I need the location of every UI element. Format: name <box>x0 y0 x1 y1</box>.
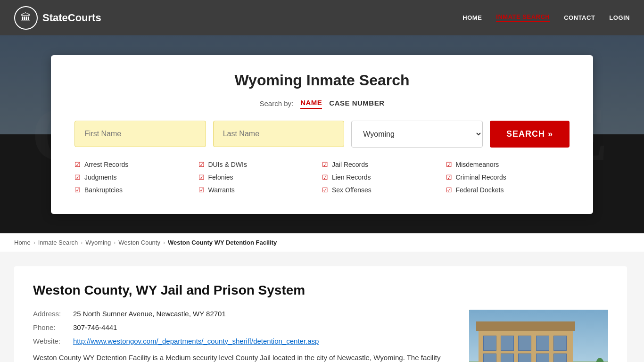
feature-label-9: Bankruptcies <box>84 186 123 194</box>
feature-sex-offenses: ☑ Sex Offenses <box>322 185 446 195</box>
search-card: Wyoming Inmate Search Search by: NAME CA… <box>51 55 593 214</box>
address-row: Address: 25 North Sumner Avenue, Newcast… <box>33 310 450 318</box>
hero-section: COURTHOUSE Wyoming Inmate Search Search … <box>0 35 644 233</box>
phone-row: Phone: 307-746-4441 <box>33 323 450 331</box>
address-label: Address: <box>33 310 68 318</box>
feature-bankruptcies: ☑ Bankruptcies <box>74 185 198 195</box>
content-area: Weston County, WY Jail and Prison System… <box>0 252 644 362</box>
breadcrumb-weston-county[interactable]: Weston County <box>118 239 160 246</box>
check-icon-10: ☑ <box>198 186 205 194</box>
nav-login[interactable]: LOGIN <box>609 14 630 21</box>
breadcrumb-current: Weston County WY Detention Facility <box>168 239 277 246</box>
breadcrumb-sep-2: › <box>81 239 83 246</box>
nav-bar: HOME INMATE SEARCH CONTACT LOGIN <box>462 13 630 22</box>
description-text: Weston County WY Detention Facility is a… <box>33 352 450 362</box>
search-by-label: Search by: <box>259 99 293 107</box>
feature-duis-dwis: ☑ DUIs & DWIs <box>198 159 322 170</box>
feature-warrants: ☑ Warrants <box>198 185 322 195</box>
breadcrumb-inmate-search[interactable]: Inmate Search <box>38 239 78 246</box>
building-windows <box>483 336 568 362</box>
address-value: 25 North Sumner Avenue, Newcastle, WY 82… <box>73 310 226 318</box>
feature-label-1: Arrest Records <box>84 161 128 168</box>
feature-label-10: Warrants <box>208 186 235 194</box>
website-label: Website: <box>33 337 68 345</box>
feature-federal-dockets: ☑ Federal Dockets <box>446 185 570 195</box>
breadcrumb-sep-1: › <box>33 239 35 246</box>
content-card: Weston County, WY Jail and Prison System… <box>14 266 627 362</box>
check-icon-7: ☑ <box>322 173 328 181</box>
breadcrumb-wyoming[interactable]: Wyoming <box>85 239 111 246</box>
feature-criminal-records: ☑ Criminal Records <box>446 172 570 182</box>
nav-inmate-search[interactable]: INMATE SEARCH <box>496 13 550 22</box>
feature-label-8: Criminal Records <box>456 173 506 181</box>
tab-name[interactable]: NAME <box>300 99 322 109</box>
feature-label-3: Jail Records <box>332 161 368 168</box>
search-inputs-row: Wyoming Alabama Alaska Arizona SEARCH » <box>74 121 570 148</box>
breadcrumb-home[interactable]: Home <box>14 239 31 246</box>
info-block: Address: 25 North Sumner Avenue, Newcast… <box>33 310 450 362</box>
nav-contact[interactable]: CONTACT <box>564 14 595 21</box>
last-name-input[interactable] <box>213 121 345 147</box>
building-roof <box>476 321 575 331</box>
check-icon-2: ☑ <box>198 161 205 168</box>
check-icon-8: ☑ <box>446 173 452 181</box>
website-link[interactable]: http://www.westongov.com/_departments/_c… <box>73 337 319 345</box>
check-icon-6: ☑ <box>198 173 205 181</box>
feature-judgments: ☑ Judgments <box>74 172 198 182</box>
phone-value: 307-746-4441 <box>73 323 117 331</box>
first-name-input[interactable] <box>74 121 206 147</box>
logo-icon: 🏛 <box>14 6 38 30</box>
breadcrumb: Home › Inmate Search › Wyoming › Weston … <box>0 233 644 252</box>
feature-label-5: Judgments <box>84 173 116 181</box>
feature-label-12: Federal Dockets <box>456 186 504 194</box>
check-icon-1: ☑ <box>74 161 81 168</box>
check-icon-3: ☑ <box>322 161 328 168</box>
feature-felonies: ☑ Felonies <box>198 172 322 182</box>
feature-label-4: Misdemeanors <box>456 161 499 168</box>
feature-misdemeanors: ☑ Misdemeanors <box>446 159 570 170</box>
facility-title: Weston County, WY Jail and Prison System <box>33 283 608 298</box>
check-icon-5: ☑ <box>74 173 81 181</box>
content-layout: Address: 25 North Sumner Avenue, Newcast… <box>33 310 608 362</box>
phone-label: Phone: <box>33 323 68 331</box>
nav-home[interactable]: HOME <box>462 14 482 21</box>
breadcrumb-sep-3: › <box>114 239 116 246</box>
check-icon-9: ☑ <box>74 186 81 194</box>
facility-image <box>469 310 608 362</box>
features-grid: ☑ Arrest Records ☑ DUIs & DWIs ☑ Jail Re… <box>74 159 570 195</box>
feature-lien-records: ☑ Lien Records <box>322 172 446 182</box>
logo-text: StateCourts <box>42 12 101 24</box>
feature-arrest-records: ☑ Arrest Records <box>74 159 198 170</box>
feature-label-11: Sex Offenses <box>332 186 372 194</box>
check-icon-4: ☑ <box>446 161 452 168</box>
building-structure <box>479 329 573 362</box>
search-button[interactable]: SEARCH » <box>490 121 570 148</box>
search-by-row: Search by: NAME CASE NUMBER <box>74 99 570 109</box>
header: 🏛 StateCourts HOME INMATE SEARCH CONTACT… <box>0 0 644 35</box>
building-bg <box>469 310 608 362</box>
feature-label-6: Felonies <box>208 173 233 181</box>
search-card-title: Wyoming Inmate Search <box>74 72 570 89</box>
feature-label-7: Lien Records <box>332 173 371 181</box>
check-icon-11: ☑ <box>322 186 328 194</box>
state-select[interactable]: Wyoming Alabama Alaska Arizona <box>351 121 483 148</box>
feature-label-2: DUIs & DWIs <box>208 161 247 168</box>
tab-case-number[interactable]: CASE NUMBER <box>329 99 384 108</box>
feature-jail-records: ☑ Jail Records <box>322 159 446 170</box>
check-icon-12: ☑ <box>446 186 452 194</box>
logo[interactable]: 🏛 StateCourts <box>14 6 101 30</box>
breadcrumb-sep-4: › <box>163 239 165 246</box>
website-row: Website: http://www.westongov.com/_depar… <box>33 337 450 345</box>
